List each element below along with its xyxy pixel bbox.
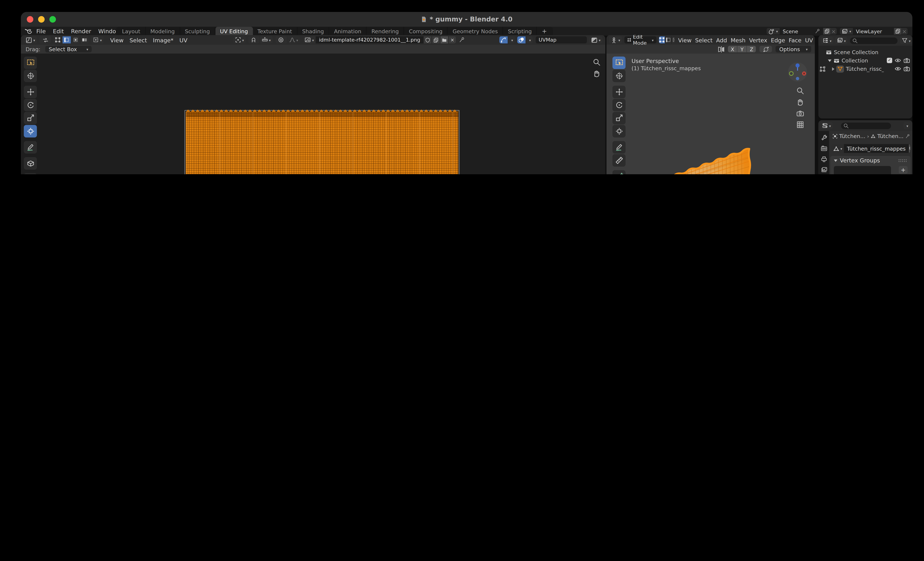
mirror-icon[interactable] bbox=[718, 45, 725, 52]
viewlayer-copy-button[interactable] bbox=[894, 28, 901, 34]
select-mode-edge-button[interactable] bbox=[666, 36, 672, 44]
pin-icon[interactable] bbox=[815, 28, 820, 34]
vp-tool-add-cube[interactable] bbox=[612, 170, 626, 174]
outliner-row-collection[interactable]: Collection ✓ bbox=[828, 57, 910, 64]
uv-tool-tweak-select[interactable] bbox=[24, 57, 37, 69]
orthographic-grid-icon[interactable] bbox=[796, 121, 804, 129]
navigation-gizmo[interactable] bbox=[788, 62, 808, 82]
uv-image-copy-button[interactable] bbox=[432, 36, 440, 44]
vp-proportional-edit-toggle[interactable] bbox=[759, 46, 772, 52]
uv-sticky-select-dropdown[interactable] bbox=[91, 36, 104, 44]
uv-select-island-button[interactable] bbox=[80, 36, 89, 44]
uv-select-edge-button[interactable] bbox=[63, 36, 71, 44]
viewlayer-name-field[interactable]: ViewLayer bbox=[853, 28, 894, 34]
vp-tool-scale[interactable] bbox=[612, 112, 626, 124]
uv-browse-image-button[interactable] bbox=[303, 36, 316, 44]
vp-menu-add[interactable]: Add bbox=[714, 37, 729, 43]
uv-tool-grab[interactable] bbox=[24, 173, 37, 174]
uv-image-fake-user-toggle[interactable] bbox=[424, 36, 432, 44]
camera-render-icon[interactable] bbox=[903, 65, 910, 72]
properties-search-input[interactable] bbox=[841, 122, 891, 129]
uv-menu-uv[interactable]: UV bbox=[177, 37, 190, 43]
menu-file[interactable]: File bbox=[33, 27, 50, 36]
uv-gizmo-dropdown[interactable] bbox=[508, 36, 514, 44]
breadcrumb-object[interactable]: Tütchen... bbox=[839, 133, 866, 139]
scene-unlink-button[interactable]: × bbox=[830, 28, 837, 34]
vertex-groups-list[interactable] bbox=[834, 166, 891, 174]
uv-overlays-toggle[interactable] bbox=[517, 36, 526, 44]
tab-render[interactable] bbox=[818, 143, 829, 153]
mirror-y-button[interactable]: Y bbox=[738, 46, 747, 52]
properties-editor-type-button[interactable] bbox=[820, 122, 833, 129]
uv-falloff-dropdown[interactable] bbox=[287, 36, 300, 44]
uv-sync-selection-toggle[interactable] bbox=[39, 36, 51, 44]
mesh-data-browse-button[interactable] bbox=[831, 144, 844, 153]
uv-image-open-button[interactable] bbox=[441, 36, 449, 44]
mesh-name-field[interactable]: Tütchen_rissc_mappes bbox=[844, 144, 909, 153]
tab-geometry-nodes[interactable]: Geometry Nodes bbox=[448, 27, 503, 36]
uv-menu-view[interactable]: View bbox=[107, 37, 127, 43]
mesh-object-uv-plane[interactable] bbox=[606, 54, 815, 174]
vp-menu-view[interactable]: View bbox=[676, 37, 693, 43]
select-mode-vertex-button[interactable] bbox=[659, 36, 666, 44]
exclude-checkbox[interactable]: ✓ bbox=[887, 58, 892, 63]
vp-menu-select[interactable]: Select bbox=[693, 37, 714, 43]
uv-proportional-edit-toggle[interactable] bbox=[276, 36, 287, 44]
mirror-x-button[interactable]: X bbox=[728, 46, 738, 52]
vp-tool-move[interactable] bbox=[612, 86, 626, 98]
camera-render-icon[interactable] bbox=[903, 57, 910, 64]
uv-snap-toggle[interactable] bbox=[248, 36, 260, 44]
mode-dropdown[interactable]: Edit Mode bbox=[624, 36, 657, 44]
vp-tool-select-box[interactable] bbox=[612, 57, 626, 69]
uv-menu-image[interactable]: Image* bbox=[150, 37, 176, 43]
pin-icon[interactable] bbox=[905, 133, 910, 139]
vp-menu-uv[interactable]: UV bbox=[803, 37, 815, 43]
pin-icon[interactable] bbox=[459, 37, 465, 43]
select-mode-face-button[interactable] bbox=[672, 36, 675, 44]
vertex-group-add-button[interactable]: + bbox=[898, 166, 908, 174]
vp-menu-edge[interactable]: Edge bbox=[769, 37, 787, 43]
scene-browse-button[interactable] bbox=[766, 28, 780, 34]
outliner-row-scene-collection[interactable]: Scene Collection bbox=[825, 48, 878, 56]
uv-editor-type-button[interactable] bbox=[24, 36, 37, 44]
vp-tool-transform[interactable] bbox=[612, 125, 626, 138]
tab-view-layer[interactable] bbox=[818, 165, 829, 174]
viewlayer-remove-button[interactable]: × bbox=[901, 28, 908, 34]
uv-overlays-dropdown[interactable] bbox=[526, 36, 532, 44]
expand-arrow-icon[interactable] bbox=[828, 59, 831, 62]
tab-uv-editing[interactable]: UV Editing bbox=[215, 27, 253, 36]
uv-image-unlink-button[interactable]: × bbox=[449, 36, 456, 44]
vp-menu-vertex[interactable]: Vertex bbox=[747, 37, 769, 43]
uv-pivot-dropdown[interactable] bbox=[233, 36, 246, 44]
tab-texture-paint[interactable]: Texture Paint bbox=[253, 27, 297, 36]
add-workspace-button[interactable]: + bbox=[537, 27, 552, 36]
camera-view-icon[interactable] bbox=[796, 110, 804, 117]
scene-copy-button[interactable] bbox=[823, 28, 830, 34]
pan-hand-icon[interactable] bbox=[593, 70, 601, 77]
uv-menu-select[interactable]: Select bbox=[127, 37, 150, 43]
outliner-editor-type-button[interactable] bbox=[821, 37, 833, 44]
uv-tool-transform[interactable] bbox=[24, 125, 37, 138]
uv-island-top[interactable] bbox=[186, 112, 458, 174]
tab-output[interactable] bbox=[818, 154, 829, 164]
outliner-display-mode-dropdown[interactable] bbox=[835, 37, 848, 44]
properties-options-dropdown[interactable] bbox=[903, 122, 910, 129]
vp-menu-face[interactable]: Face bbox=[787, 37, 803, 43]
uv-map-name-field[interactable]: UVMap bbox=[536, 36, 587, 44]
mirror-z-button[interactable]: Z bbox=[747, 46, 756, 52]
tab-modeling[interactable]: Modeling bbox=[146, 27, 180, 36]
outliner-search-input[interactable] bbox=[850, 37, 898, 44]
uv-canvas[interactable]: × + bbox=[21, 54, 605, 174]
outliner-row-object[interactable]: Tütchen_rissc_mappes bbox=[820, 65, 910, 73]
breadcrumb-data[interactable]: Tütchen... bbox=[878, 133, 904, 139]
blender-logo-icon[interactable] bbox=[24, 28, 33, 34]
vp-menu-mesh[interactable]: Mesh bbox=[729, 37, 747, 43]
uv-tool-scale[interactable] bbox=[24, 112, 37, 124]
uv-tool-cursor[interactable] bbox=[24, 70, 37, 82]
uv-snap-with-dropdown[interactable] bbox=[260, 36, 273, 44]
uv-select-face-button[interactable] bbox=[72, 36, 80, 44]
outliner-filter-button[interactable] bbox=[900, 37, 912, 44]
eye-icon[interactable] bbox=[895, 57, 901, 64]
scene-name-field[interactable]: Scene bbox=[780, 28, 823, 34]
tab-rendering[interactable]: Rendering bbox=[367, 27, 404, 36]
